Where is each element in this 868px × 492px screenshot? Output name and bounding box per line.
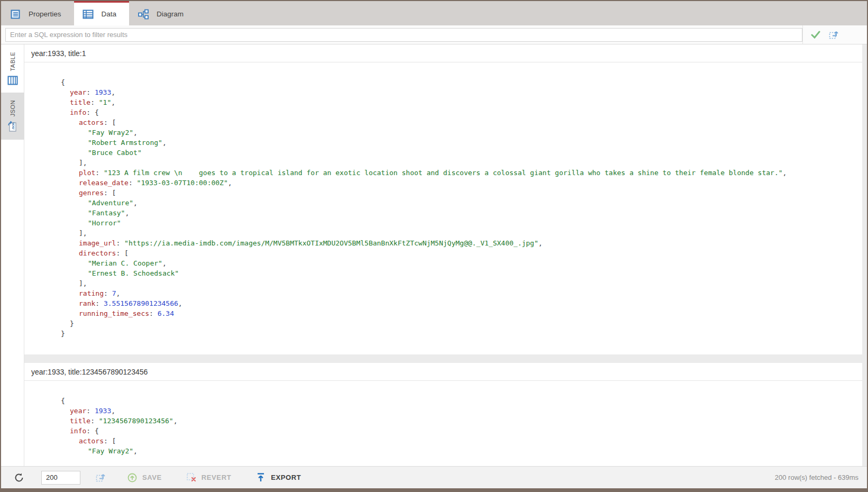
app-window: Properties Data [0,0,868,492]
json-line: info: { [61,426,857,436]
data-table-icon [83,9,94,20]
tab-diagram[interactable]: Diagram [129,1,196,25]
json-line: running_time_secs: 6.34 [61,308,857,318]
refresh-icon[interactable] [14,472,24,483]
json-line: title: "1234567890123456", [61,416,857,426]
record-panel: year:1933, title:1{year: 1933,title: "1"… [24,44,862,354]
records-container: year:1933, title:1{year: 1933,title: "1"… [24,44,862,466]
json-line: rating: 7, [61,288,857,298]
json-line: ], [61,158,857,168]
apply-filter-check-icon[interactable] [810,30,821,40]
export-icon [255,472,266,483]
table-view-label: TABLE [10,52,16,71]
json-line: image_url: "https://ia.media-imdb.com/im… [61,238,857,248]
json-line: "Fantasy", [61,208,857,218]
json-line: "Ernest B. Schoedsack" [61,268,857,278]
json-line: "Bruce Cabot" [61,148,857,158]
revert-label: REVERT [202,473,231,481]
json-line: plot: "123 A film crew \n goes to a trop… [61,168,857,178]
record-header[interactable]: year:1933, title:1 [24,44,862,62]
revert-icon [186,472,197,483]
fetch-page-icon[interactable] [95,472,106,483]
record-panel: year:1933, title:1234567890123456{year: … [24,363,862,466]
export-label: EXPORT [271,473,301,481]
svg-text:JSON: JSON [12,122,15,130]
toolbar-left: SAVE REVERT EXPORT [1,471,301,485]
json-line: actors: [ [61,117,857,127]
json-line: { [61,77,857,87]
save-icon [127,472,138,483]
json-line: directors: [ [61,248,857,258]
json-line: "Fay Wray2", [61,446,857,456]
json-line: release_date: "1933-03-07T10:00:00Z", [61,178,857,188]
sidebar-item-json[interactable]: JSON JSON [1,93,24,140]
tab-data[interactable]: Data [74,1,130,25]
save-label: SAVE [142,473,162,481]
json-line: year: 1933, [61,87,857,97]
json-line: "Adventure", [61,198,857,208]
json-line: "Robert Armstrong", [61,138,857,148]
json-line: } [61,329,857,339]
export-button[interactable]: EXPORT [255,472,301,483]
json-line: } [61,318,857,329]
filter-editor-icon[interactable] [828,30,839,40]
json-line: { [61,396,857,406]
tab-bar: Properties Data [1,1,867,25]
filter-bar [1,25,867,44]
tab-label: Data [102,10,117,18]
sidebar-item-table[interactable]: TABLE [1,44,24,93]
json-view-label: JSON [10,100,16,116]
status-bar: SAVE REVERT EXPORT [1,466,867,488]
record-header[interactable]: year:1933, title:1234567890123456 [24,363,862,381]
save-button[interactable]: SAVE [127,472,162,483]
json-line: ], [61,228,857,238]
revert-button[interactable]: REVERT [186,472,231,483]
json-view-icon: JSON [7,121,19,134]
sql-filter-input[interactable] [5,28,802,42]
json-line: rank: 3.5515678901234566, [61,298,857,308]
record-json[interactable]: {year: 1933,title: "1",info: {actors: ["… [24,62,862,354]
view-switcher-sidebar: TABLE JSON JSON [1,44,24,466]
json-line: actors: [ [61,436,857,446]
tab-label: Properties [29,10,61,18]
json-line: ], [61,278,857,288]
tab-properties[interactable]: Properties [1,1,74,25]
json-line: year: 1933, [61,406,857,416]
tab-label: Diagram [157,10,184,18]
json-line: "Fay Wray2", [61,127,857,138]
json-line: "Horror" [61,218,857,228]
fetch-status-text: 200 row(s) fetched - 639ms [775,473,867,481]
json-line: "Merian C. Cooper", [61,258,857,268]
json-line: genres: [ [61,188,857,198]
diagram-icon [138,9,149,20]
json-line: title: "1", [61,97,857,107]
table-grid-icon [7,76,18,87]
results-area[interactable]: year:1933, title:1{year: 1933,title: "1"… [24,44,867,466]
filter-actions [802,25,867,44]
row-limit-input[interactable] [41,471,80,485]
record-json[interactable]: {year: 1933,title: "1234567890123456",in… [24,381,862,466]
properties-list-icon [10,9,21,20]
json-line: info: { [61,107,857,117]
